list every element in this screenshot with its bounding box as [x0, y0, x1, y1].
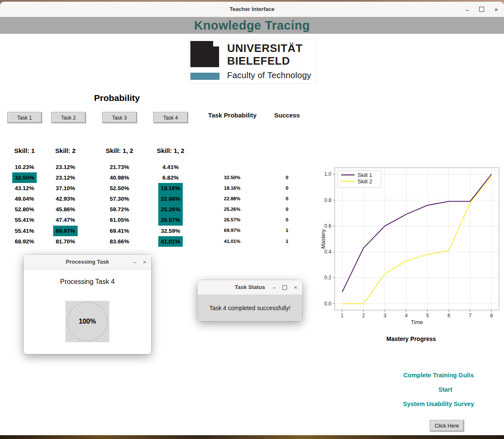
task-probability-column: 32.50%18.16%22.88%25.26%26.57%69.97%41.0… — [209, 172, 255, 247]
probability-value: 69.41% — [95, 226, 144, 236]
logo-teal-bar — [190, 73, 219, 80]
probability-value: 52.50% — [95, 183, 144, 194]
skill-column-4: Skill: 1, 24.41%6.82%18.16%22.88%25.26%2… — [146, 146, 195, 247]
minimize-icon[interactable]: – — [466, 6, 469, 13]
processing-dialog-title: Processing Task — [24, 255, 151, 269]
logo-block-icon — [190, 41, 213, 67]
start-link[interactable]: Start — [382, 386, 504, 393]
success-value: 0 — [274, 204, 300, 215]
maximize-icon[interactable] — [479, 7, 484, 12]
probability-title: Probability — [66, 93, 168, 103]
page-title: Knowledge Tracing — [0, 17, 504, 34]
window-title: Teacher Interface — [0, 2, 504, 17]
svg-text:Mastery: Mastery — [320, 229, 326, 249]
progress-canvas: 100% — [65, 301, 109, 342]
svg-text:1.0: 1.0 — [324, 171, 331, 177]
task-probability-value: 32.50% — [209, 172, 255, 183]
probability-value: 4.41% — [146, 162, 195, 172]
click-here-button[interactable]: Click Here — [430, 420, 464, 431]
svg-text:0.6: 0.6 — [324, 223, 331, 229]
svg-text:2: 2 — [362, 313, 365, 319]
probability-value: 69.97% — [41, 226, 90, 236]
svg-text:0.2: 0.2 — [324, 275, 331, 281]
probability-value: 22.88% — [146, 194, 195, 204]
probability-value: 61.05% — [95, 215, 144, 225]
probability-value: 45.86% — [41, 204, 90, 215]
usability-survey-link[interactable]: System Usability Survey — [375, 401, 502, 407]
task-status-dialog: Task Status – × Task 4 completed success… — [198, 280, 302, 321]
skill-column-3: Skill: 1, 221.73%40.98%52.50%57.30%59.72… — [95, 146, 144, 247]
task-probability-value: 22.88% — [209, 194, 255, 204]
task-probability-value: 26.57% — [209, 215, 255, 225]
skill-column-header: Skill: 1, 2 — [146, 146, 195, 162]
mastery-chart: 123456780.00.20.40.60.81.0TimeMasterySki… — [320, 166, 504, 329]
svg-text:0.8: 0.8 — [324, 197, 331, 203]
success-header: Success — [269, 112, 305, 119]
skill-column-header: Skill: 1, 2 — [95, 146, 144, 162]
probability-value: 26.57% — [146, 215, 195, 225]
minimize-icon[interactable]: – — [273, 285, 276, 290]
maximize-icon[interactable] — [282, 285, 287, 290]
svg-text:Skill 2: Skill 2 — [358, 178, 372, 185]
processing-dialog-controls: – × — [133, 255, 146, 269]
task-1-button[interactable]: Task 1 — [7, 112, 42, 123]
logo-line2: BIELEFELD — [227, 55, 303, 67]
task-probability-value: 69.97% — [209, 225, 255, 236]
svg-text:6: 6 — [447, 313, 450, 319]
task-4-button[interactable]: Task 4 — [153, 112, 188, 123]
success-value: 0 — [274, 194, 300, 204]
probability-value: 21.73% — [95, 162, 144, 172]
success-value: 0 — [274, 215, 300, 225]
app-window: Teacher Interface – × Knowledge Tracing … — [0, 2, 504, 435]
success-value: 0 — [274, 183, 300, 194]
svg-text:0.0: 0.0 — [324, 301, 331, 307]
window-controls: – × — [466, 2, 498, 17]
window-titlebar: Teacher Interface – × — [0, 2, 504, 17]
task-probability-header: Task Probability — [202, 112, 263, 119]
success-value: 1 — [274, 225, 300, 236]
app-header: Knowledge Tracing — [0, 17, 504, 34]
status-dialog-titlebar: Task Status – × — [198, 280, 302, 295]
task-probability-value: 41.01% — [209, 236, 255, 247]
success-value: 1 — [274, 236, 300, 247]
probability-value: 18.16% — [146, 183, 195, 194]
logo-faculty: Faculty of Technology — [227, 71, 311, 80]
probability-value: 23.12% — [41, 162, 90, 172]
probability-value: 23.12% — [41, 172, 90, 183]
probability-value: 32.59% — [146, 226, 195, 236]
probability-value: 83.66% — [95, 236, 144, 247]
processing-dialog-titlebar: Processing Task – × — [24, 255, 151, 270]
logo-line1: UNIVERSITÄT — [227, 42, 303, 55]
success-value: 0 — [274, 172, 300, 183]
minimize-icon[interactable]: – — [133, 259, 136, 265]
mastery-chart-svg: 123456780.00.20.40.60.81.0TimeMasterySki… — [320, 166, 504, 329]
task-2-button[interactable]: Task 2 — [51, 112, 86, 123]
processing-message: Processing Task 4 — [24, 278, 151, 286]
svg-text:5: 5 — [426, 313, 429, 319]
close-icon[interactable]: × — [494, 6, 498, 13]
processing-task-dialog: Processing Task – × Processing Task 4 10… — [24, 255, 151, 354]
logo-block-icon — [213, 46, 219, 67]
probability-value: 41.01% — [146, 236, 195, 247]
success-column: 0000011 — [274, 172, 300, 247]
university-logo: UNIVERSITÄT BIELEFELD Faculty of Technol… — [189, 39, 317, 84]
svg-text:1: 1 — [341, 313, 344, 319]
task-probability-value: 25.26% — [209, 204, 255, 215]
progress-circle: 100% — [67, 302, 108, 341]
close-icon[interactable]: × — [143, 259, 146, 265]
status-message: Task 4 completed successfully! — [198, 295, 302, 321]
probability-value: 47.47% — [41, 215, 90, 225]
complete-training-link[interactable]: Complete Training Gulis — [375, 372, 502, 379]
svg-text:3: 3 — [383, 313, 386, 319]
probability-value: 25.26% — [146, 204, 195, 215]
skill-column-2: Skill: 223.12%23.12%37.10%42.93%45.86%47… — [41, 146, 90, 247]
probability-value: 37.10% — [41, 183, 90, 194]
close-icon[interactable]: × — [294, 285, 297, 290]
probability-value: 42.93% — [41, 194, 90, 204]
svg-text:4: 4 — [405, 313, 408, 319]
svg-text:8: 8 — [490, 313, 493, 319]
main-content: UNIVERSITÄT BIELEFELD Faculty of Technol… — [0, 34, 504, 435]
logo-university-name: UNIVERSITÄT BIELEFELD — [227, 42, 303, 67]
probability-value: 81.70% — [41, 236, 90, 247]
task-3-button[interactable]: Task 3 — [102, 112, 137, 123]
